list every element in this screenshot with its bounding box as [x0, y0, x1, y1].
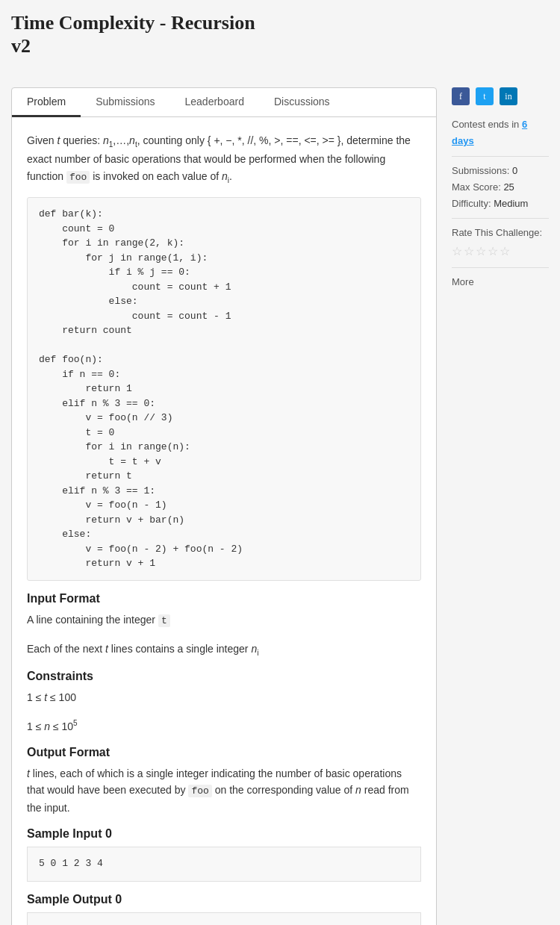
- more-link[interactable]: More: [452, 274, 549, 290]
- sample-output-title: Sample Output 0: [27, 893, 421, 906]
- constraint1: 1 ≤ t ≤ 100: [27, 689, 421, 706]
- sample-output-block: 1 8 11 15 31: [27, 912, 421, 925]
- max-score-row: Max Score: 25: [452, 179, 549, 196]
- submissions-value: 0: [512, 165, 517, 176]
- social-icons: f t in: [452, 87, 549, 105]
- sidebar-divider-2: [452, 218, 549, 219]
- sample-input-block: 5 0 1 2 3 4: [27, 847, 421, 882]
- sidebar: f t in Contest ends in 6 days Submission…: [452, 87, 549, 925]
- submissions-row: Submissions: 0: [452, 163, 549, 179]
- contest-ends: Contest ends in 6 days: [452, 116, 549, 149]
- constraints-title: Constraints: [27, 670, 421, 683]
- max-score-value: 25: [503, 181, 514, 193]
- input-format-title: Input Format: [27, 592, 421, 605]
- tab-leaderboard[interactable]: Leaderboard: [170, 88, 259, 117]
- sidebar-divider-1: [452, 156, 549, 157]
- tab-discussions[interactable]: Discussions: [259, 88, 345, 117]
- tab-content-problem: Given t queries: n1,…,nt, counting only …: [12, 117, 436, 925]
- submissions-label: Submissions:: [452, 165, 509, 176]
- twitter-icon[interactable]: t: [476, 87, 494, 105]
- input-format-text2: Each of the next t lines contains a sing…: [27, 641, 421, 659]
- problem-intro: Given t queries: n1,…,nt, counting only …: [27, 132, 421, 186]
- constraint2: 1 ≤ n ≤ 105: [27, 717, 421, 735]
- difficulty-row: Difficulty: Medium: [452, 196, 549, 212]
- sidebar-divider-3: [452, 267, 549, 268]
- output-format-text: t lines, each of which is a single integ…: [27, 765, 421, 817]
- max-score-label: Max Score:: [452, 181, 501, 193]
- difficulty-label: Difficulty:: [452, 198, 491, 209]
- linkedin-icon[interactable]: in: [500, 87, 517, 105]
- sample-input-title: Sample Input 0: [27, 827, 421, 841]
- tabs-container: Problem Submissions Leaderboard Discussi…: [11, 87, 437, 925]
- star-rating[interactable]: ☆☆☆☆☆: [452, 241, 549, 261]
- difficulty-value: Medium: [494, 198, 528, 209]
- page-title: Time Complexity - Recursionv2: [11, 11, 549, 57]
- output-format-title: Output Format: [27, 746, 421, 759]
- tab-submissions[interactable]: Submissions: [81, 88, 169, 117]
- rate-challenge-label: Rate This Challenge:: [452, 227, 542, 238]
- tabs-header: Problem Submissions Leaderboard Discussi…: [12, 88, 436, 117]
- rate-challenge: Rate This Challenge: ☆☆☆☆☆: [452, 225, 549, 261]
- input-format-text: A line containing the integer t: [27, 611, 421, 629]
- code-block: def bar(k): count = 0 for i in range(2, …: [27, 197, 421, 581]
- facebook-icon[interactable]: f: [452, 87, 470, 105]
- main-content: Problem Submissions Leaderboard Discussi…: [11, 87, 437, 925]
- sidebar-info: Contest ends in 6 days Submissions: 0 Ma…: [452, 116, 549, 290]
- tab-problem[interactable]: Problem: [12, 88, 81, 117]
- contest-ends-label: Contest ends in: [452, 119, 519, 130]
